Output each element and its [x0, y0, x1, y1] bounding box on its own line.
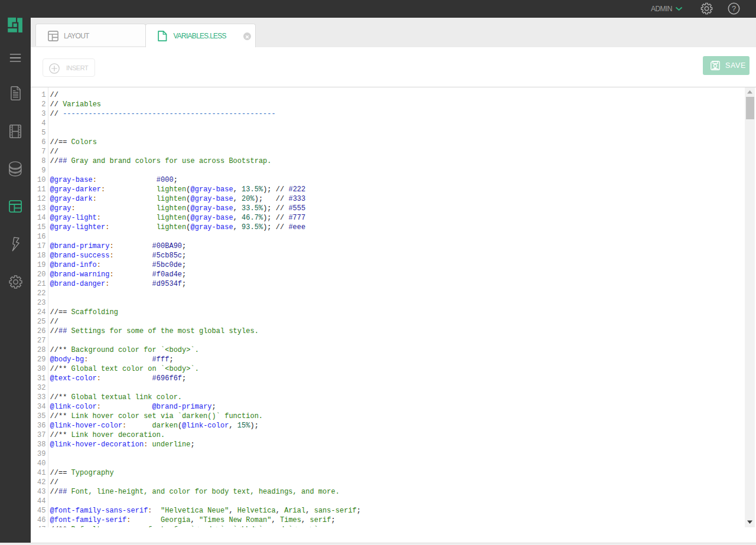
svg-text:?: ?: [732, 4, 736, 13]
